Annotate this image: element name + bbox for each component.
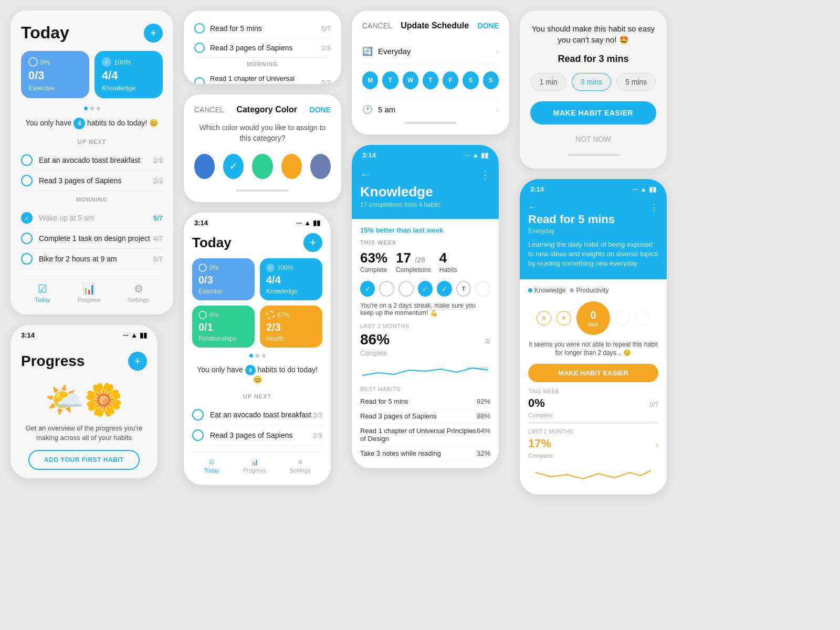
today-icon: ☑ [38, 282, 47, 295]
completions-num: 17 /28 [396, 250, 431, 266]
progress-icon: 📊 [82, 282, 96, 295]
habit-count: 5/7 [153, 255, 163, 263]
this-week-complete: Complete [528, 412, 553, 418]
dot-2 [90, 107, 94, 110]
up-next-label: UP NEXT [192, 393, 322, 400]
easier-habit-name: Read for 3 mins [530, 54, 656, 65]
today-header: Today + [21, 23, 163, 43]
color-swatch-green[interactable] [252, 154, 272, 179]
last2months-pct: 17% [528, 437, 551, 450]
color-swatch-purple[interactable] [310, 154, 331, 179]
nav-progress[interactable]: 📊 Progress [243, 459, 266, 474]
phone-add-button[interactable]: + [303, 233, 322, 252]
exercise-tile[interactable]: 0% 0/3 Exercise [21, 51, 89, 98]
today-title: Today [21, 23, 69, 43]
habit-count: 4/7 [153, 235, 163, 243]
back-button[interactable]: ← [528, 203, 537, 213]
stats-row: 63% Complete 17 /28 Completions 4 Habits [360, 250, 490, 274]
this-week-label: THIS WEEK [528, 388, 658, 394]
color-swatch-blue[interactable] [194, 154, 215, 179]
last2months-label: LAST 2 MONTHS [360, 323, 490, 329]
completions-label: Completions [396, 266, 431, 274]
exercise-tile[interactable]: 0% 0/3 Exercise [192, 258, 255, 300]
back-button[interactable]: ← [360, 169, 371, 181]
day-sunday[interactable]: S [483, 71, 499, 89]
progress-illustration: 🌤️🌼 [10, 376, 158, 424]
day-monday[interactable]: M [362, 71, 378, 89]
complete-label: Complete [360, 350, 387, 357]
habit-row[interactable]: ✓ Wake up at 5 am 5/7 [21, 208, 163, 228]
add-first-habit-button[interactable]: ADD YOUR FIRST HABIT [28, 450, 140, 470]
time-option-5mins[interactable]: 5 mins [616, 73, 656, 91]
habit-row[interactable]: Complete 1 task on design project 4/7 [21, 228, 163, 249]
habit-circle [21, 253, 33, 265]
more-button[interactable]: ⋮ [480, 169, 490, 181]
nav-today[interactable]: ☑ Today [204, 459, 219, 474]
dot-1 [249, 354, 253, 358]
partial-habit-count: 5/7 [321, 79, 331, 85]
habit-circle [21, 154, 33, 166]
tile-progress: 2/3 [266, 321, 316, 333]
color-swatch-yellow[interactable] [281, 154, 302, 179]
schedule-title: Update Schedule [401, 21, 469, 30]
knowledge-title: Knowledge [360, 184, 490, 200]
more-button[interactable]: ⋮ [650, 203, 658, 213]
tile-check: ✓ [266, 264, 275, 272]
knowledge-label: Knowledge [534, 287, 565, 294]
make-habit-easier-button-sm[interactable]: MAKE HABIT EASIER [528, 364, 658, 382]
check-icon: ✓ [360, 281, 375, 297]
modal-header: CANCEL Category Color DONE [194, 105, 331, 114]
read-body: Knowledge Productivity ✕ ✕ 0 days It see… [520, 279, 667, 495]
nav-settings[interactable]: ⚙ Settings [290, 459, 311, 474]
partial-habit-row: Read for 5 mins 5/7 [194, 19, 331, 38]
read-header: ← ⋮ Read for 5 mins Everyday Learning th… [520, 195, 667, 279]
nav-today-label: Today [204, 467, 219, 474]
day-wednesday[interactable]: W [403, 71, 418, 89]
battery-icon: ▮▮ [649, 185, 656, 193]
partial-circle [194, 77, 205, 84]
complete-stat: 63% Complete [360, 250, 387, 274]
tile-circle [198, 311, 207, 319]
done-button[interactable]: DONE [310, 106, 331, 114]
nav-settings[interactable]: ⚙ Settings [128, 282, 149, 303]
signal-icon: ··· [632, 185, 638, 193]
best-habit-name: Read for 5 mins [360, 397, 408, 405]
best-habit-name: Take 3 notes while reading [360, 449, 441, 457]
done-button[interactable]: DONE [478, 22, 499, 30]
habit-row[interactable]: Read 3 pages of Sapiens 2/3 [21, 171, 163, 191]
knowledge-tile[interactable]: ✓ 100% 4/4 Knowledge [94, 51, 163, 98]
day-saturday[interactable]: S [463, 71, 478, 89]
health-tile[interactable]: 67% 2/3 Health [260, 306, 322, 348]
day-friday[interactable]: F [443, 71, 458, 89]
cancel-button[interactable]: CANCEL [194, 106, 224, 114]
habit-row[interactable]: Eat an avocado toast breakfast 2/3 [21, 150, 163, 171]
refresh-icon: 🔄 [362, 46, 373, 56]
time-row[interactable]: 🕐 5 am › [362, 97, 499, 122]
color-swatch-cyan[interactable]: ✓ [223, 154, 244, 179]
knowledge-tag: Knowledge [528, 287, 565, 294]
time-option-3mins[interactable]: 3 mins [572, 73, 611, 91]
day-thursday[interactable]: T [423, 71, 438, 89]
not-now-button[interactable]: NOT NOW [530, 131, 656, 148]
frequency-row[interactable]: 🔄 Everyday › [362, 39, 499, 64]
habit-row[interactable]: Bike for 2 hours at 9 am 5/7 [21, 249, 163, 269]
time-option-1min[interactable]: 1 min [531, 73, 566, 91]
knowledge-dot [528, 288, 532, 292]
add-habit-button[interactable]: + [144, 24, 163, 43]
nav-progress[interactable]: 📊 Progress [78, 282, 101, 303]
cancel-button[interactable]: CANCEL [362, 22, 392, 30]
morning-label: MORNING [21, 196, 163, 203]
nav-today[interactable]: ☑ Today [35, 282, 50, 303]
habit-row[interactable]: Read 3 pages of Sapiens 2/3 [192, 425, 322, 446]
add-first-habit-plus[interactable]: + [128, 352, 147, 371]
relationships-tile[interactable]: 0% 0/1 Relationships [192, 306, 255, 348]
mini-chart-months [528, 462, 658, 483]
battery-icon: ▮▮ [313, 219, 320, 227]
habit-row[interactable]: Eat an avocado toast breakfast 2/3 [192, 405, 322, 425]
knowledge-tile[interactable]: ✓ 100% 4/4 Knowledge [260, 258, 322, 300]
wifi-icon: ▲ [472, 151, 479, 159]
this-week-label: THIS WEEK [360, 239, 490, 246]
make-habit-easier-button[interactable]: MAKE HABIT EASIER [530, 101, 656, 124]
day-tuesday[interactable]: T [382, 71, 398, 89]
habit-name: Bike for 2 hours at 9 am [39, 255, 153, 263]
